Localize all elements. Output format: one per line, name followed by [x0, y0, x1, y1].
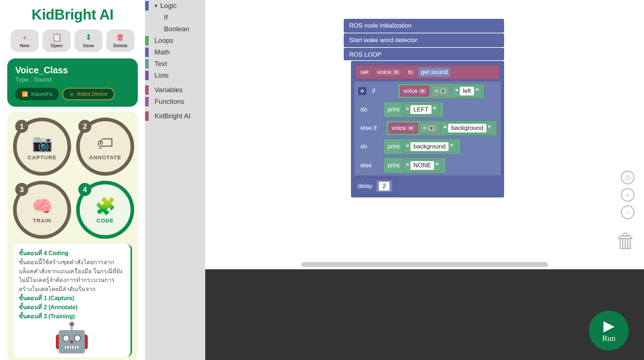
run-button[interactable]: ▶ Run — [589, 311, 629, 351]
new-button[interactable]: ＋ New — [11, 29, 39, 52]
category-variables[interactable]: Variables — [145, 84, 205, 96]
cat-bar-loops — [145, 36, 149, 45]
string-none-value: NONE — [410, 161, 434, 170]
quote-close-icon: ❞ — [450, 143, 453, 151]
compare-voice-background[interactable]: voice▼ =▼ ❝background❞ — [386, 120, 497, 136]
string-left-value: left — [460, 87, 474, 95]
step-train[interactable]: 3 🧠 TRAIN — [13, 181, 71, 239]
zoom-in-button[interactable]: ＋ — [621, 188, 635, 202]
minus-icon: － — [624, 208, 631, 217]
var-voice-dropdown[interactable]: voice▼ — [374, 67, 403, 78]
instr-step1: ขั้นตอนที่ 1 (Capture) — [19, 294, 125, 303]
category-math[interactable]: Math — [145, 46, 205, 58]
robot-chip[interactable]: ◎ Robot Device — [62, 88, 115, 100]
category-text[interactable]: Text — [145, 58, 205, 70]
string-none[interactable]: ❝NONE❞ — [402, 159, 442, 172]
op-eq-label-2: = — [423, 124, 427, 132]
block-delay[interactable]: delay 2 — [354, 177, 396, 195]
block-print-background[interactable]: print ❝background❞ — [384, 139, 461, 155]
chevron-down-icon: ▼ — [393, 70, 400, 75]
block-ros-init[interactable]: ROS node initialization — [344, 19, 504, 33]
delete-button[interactable]: 🗑 Delete — [106, 29, 135, 52]
blockly-canvas[interactable]: ROS node initialization Start wake word … — [205, 0, 644, 269]
block-set-voice[interactable]: set voice▼ to get sound — [355, 65, 500, 79]
step-label-2: ANNOTATE — [89, 154, 121, 160]
quote-close-icon: ❞ — [433, 106, 436, 114]
cat-bar-math — [145, 48, 149, 57]
string-bg2[interactable]: ❝background❞ — [402, 140, 457, 153]
var-voice-label-2: voice — [403, 87, 418, 95]
clipboard-icon: 📋 — [52, 33, 62, 41]
category-kidbright[interactable]: KidBright AI — [145, 110, 205, 122]
loop-body: set voice▼ to get sound ✲ if voice▼ =▼ ❝… — [351, 61, 504, 197]
project-type: Type : Sound — [15, 76, 130, 83]
device-chip[interactable]: 📶 XiaomiFa — [15, 88, 59, 100]
horizontal-scrollbar[interactable] — [301, 262, 548, 267]
block-get-sound[interactable]: get sound — [418, 67, 450, 77]
tag-icon: 🏷 — [97, 133, 113, 153]
center-button[interactable]: ◎ — [621, 171, 635, 184]
op-eq-dropdown[interactable]: =▼ — [432, 86, 450, 97]
trash-can[interactable]: 🗑 — [616, 229, 636, 253]
instr-step2: ขั้นตอนที่ 2 (Annotate) — [19, 303, 125, 312]
category-lists[interactable]: Lists — [145, 70, 205, 81]
category-logic[interactable]: Logic — [145, 0, 205, 12]
step-code[interactable]: 4 🧩 CODE — [76, 181, 134, 239]
quote-close-icon: ❞ — [435, 162, 439, 169]
var-voice-dropdown-3[interactable]: voice▼ — [388, 123, 418, 134]
quote-open-icon: ❝ — [406, 143, 409, 151]
open-button[interactable]: 📋 Open — [42, 29, 71, 52]
block-print-none[interactable]: print ❝NONE❞ — [384, 158, 446, 173]
instr-heading: ขั้นตอนที่ 4 Coding — [19, 249, 125, 258]
console: ▶ Run — [205, 269, 644, 360]
quote-close-icon: ❞ — [488, 124, 491, 132]
download-icon: ⬇ — [85, 33, 92, 41]
step-label-1: CAPTURE — [28, 154, 57, 160]
cat-bar-lists — [145, 71, 149, 80]
step-grid: 1 📷 CAPTURE 2 🏷 ANNOTATE 3 🧠 TRAIN 4 🧩 C… — [13, 118, 132, 239]
category-logic-if[interactable]: If — [145, 12, 205, 23]
cat-bar-text — [145, 59, 149, 69]
save-label: Save — [83, 43, 94, 48]
step-annotate[interactable]: 2 🏷 ANNOTATE — [76, 118, 134, 176]
compare-voice-left[interactable]: voice▼ =▼ ❝left❞ — [397, 83, 484, 99]
block-ros-loop[interactable]: ROS LOOP — [344, 48, 504, 60]
step-capture[interactable]: 1 📷 CAPTURE — [13, 118, 71, 176]
block-stack[interactable]: ROS node initialization Start wake word … — [344, 19, 504, 197]
kw-set: set — [358, 69, 371, 76]
step-label-3: TRAIN — [33, 217, 51, 224]
block-print-left[interactable]: print ❝LEFT❞ — [384, 102, 443, 118]
var-voice-dropdown-2[interactable]: voice▼ — [400, 86, 429, 97]
category-loops[interactable]: Loops — [145, 35, 205, 46]
new-label: New — [20, 43, 30, 48]
chevron-down-icon: ▼ — [408, 126, 414, 131]
category-logic-boolean[interactable]: Boolean — [145, 23, 205, 35]
getsound-label: get sound — [421, 69, 448, 76]
quote-open-icon: ❝ — [406, 162, 409, 169]
gear-icon[interactable]: ✲ — [358, 87, 366, 95]
save-button[interactable]: ⬇ Save — [74, 29, 103, 52]
block-wake-detector[interactable]: Start wake word detector — [344, 33, 504, 47]
zoom-out-button[interactable]: － — [621, 205, 635, 219]
kw-elseif: else if — [358, 124, 380, 132]
step-badge-1: 1 — [15, 120, 28, 133]
cat-bar-vars — [145, 85, 149, 95]
step-label-4: CODE — [96, 217, 113, 224]
string-background[interactable]: ❝background❞ — [440, 122, 494, 134]
category-functions[interactable]: Functions — [145, 96, 205, 107]
cat-label-text: Text — [154, 60, 167, 68]
block-if[interactable]: ✲ if voice▼ =▼ ❝left❞ do print ❝LEFT❞ — [354, 81, 501, 176]
delay-label: delay — [358, 183, 372, 190]
wifi-icon: 📶 — [22, 91, 28, 97]
string-LEFT[interactable]: ❝LEFT❞ — [402, 103, 439, 116]
cat-label-logic: Logic — [160, 2, 177, 10]
string-left[interactable]: ❝left❞ — [452, 85, 482, 97]
delay-value[interactable]: 2 — [379, 181, 390, 191]
robot-illustration: 🤖 — [19, 323, 125, 352]
string-background-value: background — [448, 124, 486, 132]
workspace: ROS node initialization Start wake word … — [205, 0, 644, 360]
run-label: Run — [602, 334, 616, 343]
trash-icon: 🗑 — [116, 33, 124, 41]
cat-label-lists: Lists — [154, 71, 169, 79]
op-eq-dropdown-2[interactable]: =▼ — [420, 123, 438, 134]
